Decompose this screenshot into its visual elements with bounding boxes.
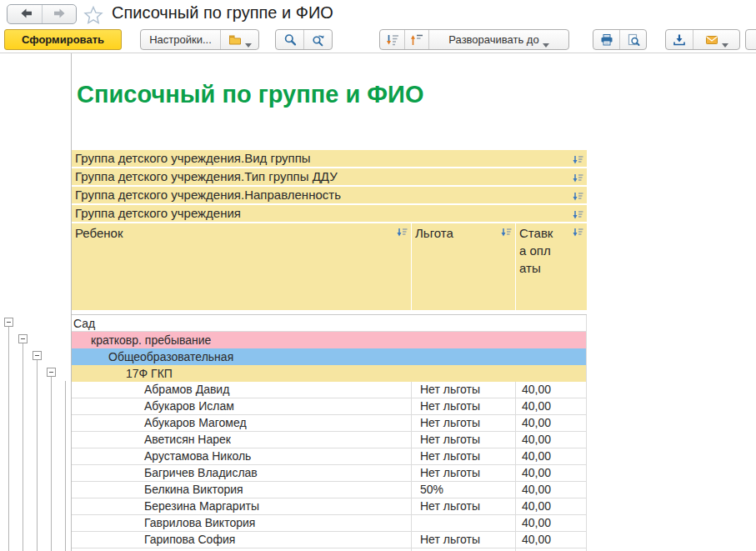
child-name-cell[interactable]: Белкина Виктория <box>72 482 412 498</box>
save-button[interactable] <box>666 30 693 49</box>
grouping-header-label: Группа детского учреждения <box>75 206 241 220</box>
cancel-search-icon <box>312 33 325 47</box>
child-name-cell[interactable]: Гарипова София <box>72 532 412 548</box>
dropdown-caret-icon <box>543 38 549 42</box>
more-actions-group[interactable] <box>745 29 756 50</box>
back-button[interactable] <box>8 5 42 23</box>
report-variants-button[interactable] <box>220 30 258 49</box>
forward-button[interactable] <box>42 5 76 23</box>
print-group <box>593 29 647 50</box>
dropdown-caret-icon <box>722 38 728 42</box>
expand-group: Разворачивать до <box>379 29 569 50</box>
table-row: Белкина Виктория50%40,00 <box>72 482 587 498</box>
column-header-label: Ребенок <box>75 224 123 242</box>
grouping-header-row[interactable]: Группа детского учреждения <box>72 205 587 222</box>
report-toolbar: Сформировать Настройки... <box>0 27 756 53</box>
generate-button[interactable]: Сформировать <box>4 29 122 50</box>
benefit-cell[interactable]: Нет льготы <box>412 398 516 415</box>
benefit-cell[interactable]: Нет льготы <box>412 498 516 515</box>
rate-cell[interactable]: 40,00 <box>516 398 587 415</box>
tree-collapse-icon[interactable] <box>18 334 28 343</box>
sort-icon[interactable] <box>501 226 512 236</box>
column-header-benefit[interactable]: Льгота <box>412 223 515 310</box>
print-icon <box>600 33 613 47</box>
child-name-cell[interactable]: Багричев Владислав <box>72 465 412 482</box>
group-row[interactable]: Сад <box>72 315 587 332</box>
report-title: Списочный по группе и ФИО <box>77 81 424 108</box>
benefit-cell[interactable] <box>412 515 516 532</box>
forward-icon <box>53 8 66 21</box>
table-row: Арустамова НикольНет льготы40,00 <box>72 448 587 465</box>
rate-cell[interactable]: 40,00 <box>516 498 587 515</box>
export-group <box>665 29 740 50</box>
report-variants-folder-icon <box>228 33 242 47</box>
table-row: Гаврилова Виктория40,00 <box>72 515 587 532</box>
expand-to-label: Разворачивать до <box>448 33 538 46</box>
child-name-cell[interactable]: Аветисян Нарек <box>72 432 412 448</box>
group-row[interactable]: Общеобразовательная <box>72 348 587 365</box>
sort-icon[interactable] <box>573 226 583 236</box>
window-title: Списочный по группе и ФИО <box>112 3 333 23</box>
child-name-cell[interactable]: Абукаров Магомед <box>72 415 412 432</box>
column-header-child[interactable]: Ребенок <box>72 223 411 310</box>
report-grid: Садкратковр. пребываниеОбщеобразовательн… <box>72 314 587 551</box>
favorite-star-icon[interactable] <box>83 5 103 25</box>
grouping-header-row[interactable]: Группа детского учреждения.Направленност… <box>72 187 587 203</box>
print-preview-icon <box>627 33 640 47</box>
sort-icon[interactable] <box>573 171 583 181</box>
tree-collapse-icon[interactable] <box>33 351 42 360</box>
tree-collapse-icon[interactable] <box>47 368 56 377</box>
sort-icon[interactable] <box>573 189 583 199</box>
send-email-button[interactable] <box>693 30 739 49</box>
grouping-header-row[interactable]: Группа детского учреждения.Тип группы ДД… <box>72 168 587 185</box>
child-name-cell[interactable]: Арустамова Николь <box>72 448 412 465</box>
grouping-headers: Группа детского учреждения.Вид группыГру… <box>72 150 587 223</box>
nav-button-group <box>7 4 77 24</box>
table-row: Березина МаргаритыНет льготы40,00 <box>72 498 587 515</box>
table-row: Гарипова СофияНет льготы40,00 <box>72 532 587 548</box>
tree-collapse-icon[interactable] <box>4 318 13 327</box>
rate-cell[interactable]: 40,00 <box>516 432 587 448</box>
save-icon <box>673 33 686 47</box>
child-name-cell[interactable]: Березина Маргариты <box>72 498 412 515</box>
rate-cell[interactable]: 40,00 <box>516 532 587 548</box>
child-name-cell[interactable]: Гаврилова Виктория <box>72 515 412 532</box>
rate-cell[interactable]: 40,00 <box>516 465 587 482</box>
grouping-header-label: Группа детского учреждения.Направленност… <box>75 188 341 202</box>
sort-icon[interactable] <box>397 226 408 236</box>
print-button[interactable] <box>593 30 619 49</box>
table-row: Абукаров МагомедНет льготы40,00 <box>72 415 587 432</box>
print-preview-button[interactable] <box>619 30 646 49</box>
search-icon <box>283 33 297 47</box>
column-header-label: Льгота <box>415 224 453 242</box>
rate-cell[interactable]: 40,00 <box>516 382 587 398</box>
benefit-cell[interactable]: Нет льготы <box>412 415 516 432</box>
expand-to-button[interactable]: Разворачивать до <box>428 30 568 49</box>
grouping-header-row[interactable]: Группа детского учреждения.Вид группы <box>72 150 587 167</box>
benefit-cell[interactable]: 50% <box>412 482 516 498</box>
rate-cell[interactable]: 40,00 <box>516 482 587 498</box>
cancel-search-button[interactable] <box>303 30 332 49</box>
rate-cell[interactable]: 40,00 <box>516 515 587 532</box>
collapse-groups-button[interactable] <box>404 30 428 49</box>
sort-icon[interactable] <box>573 208 583 218</box>
group-row[interactable]: 17Ф ГКП <box>72 365 587 382</box>
rate-cell[interactable]: 40,00 <box>516 448 587 465</box>
search-button[interactable] <box>276 30 303 49</box>
child-name-cell[interactable]: Абукаров Ислам <box>72 398 412 415</box>
tree-branch-line <box>23 343 23 551</box>
settings-button[interactable]: Настройки... <box>141 30 220 49</box>
benefit-cell[interactable]: Нет льготы <box>412 432 516 448</box>
child-name-cell[interactable]: Абрамов Давид <box>72 382 412 398</box>
group-row[interactable]: кратковр. пребывание <box>72 332 587 348</box>
column-header-rate[interactable]: Ставка оплаты <box>516 223 587 310</box>
expand-groups-button[interactable] <box>380 30 404 49</box>
column-header-label: Ставка оплаты <box>519 224 554 277</box>
benefit-cell[interactable]: Нет льготы <box>412 382 516 398</box>
sort-icon[interactable] <box>573 153 583 163</box>
rate-cell[interactable]: 40,00 <box>516 415 587 432</box>
grouping-header-label: Группа детского учреждения.Вид группы <box>75 151 311 165</box>
benefit-cell[interactable]: Нет льготы <box>412 448 516 465</box>
benefit-cell[interactable]: Нет льготы <box>412 465 516 482</box>
benefit-cell[interactable]: Нет льготы <box>412 532 516 548</box>
